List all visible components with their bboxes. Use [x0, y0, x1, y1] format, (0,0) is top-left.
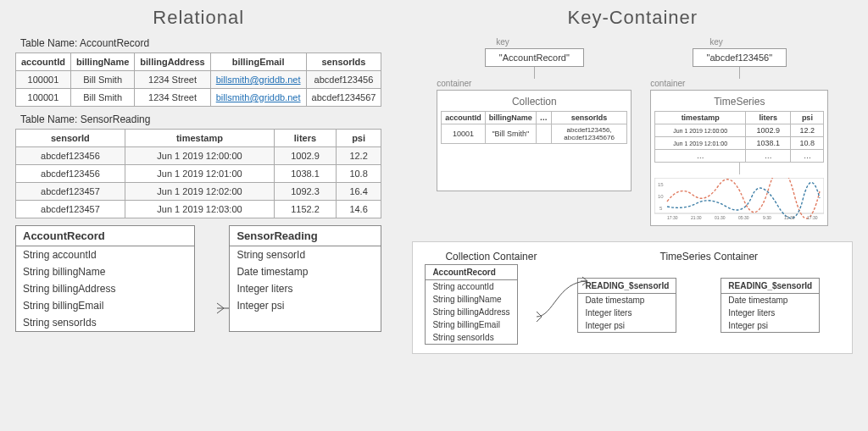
schema-account-record-kc: AccountRecord String accountId String bi…: [425, 264, 517, 345]
sensor-reading-table: sensorId timestamp liters psi abcdef1234…: [15, 129, 381, 218]
key-label: key: [496, 37, 632, 47]
svg-text:05:30: 05:30: [738, 215, 749, 220]
schema-account-record: AccountRecord String accountId String bi…: [15, 225, 195, 332]
svg-text:13:30: 13:30: [784, 215, 795, 220]
container-label: container: [650, 79, 828, 88]
timeseries-container-label: TimeSeries Container: [660, 251, 759, 262]
relational-panel: Relational Table Name: AccountRecord acc…: [0, 0, 397, 431]
col-accountid: accountId: [16, 53, 71, 71]
schema-sensor-reading: SensorReading String sensorId Date times…: [229, 225, 381, 332]
timeseries-chart: 15 10 5 17:30 21:30 01:30 05:30 9:30 13:…: [654, 178, 824, 220]
schema-reading-2: READING_$sensorId Date timestamp Integer…: [721, 278, 820, 333]
col-billingaddress: billingAddress: [135, 53, 210, 71]
container-label: container: [437, 79, 632, 88]
table-row: 100001 Bill Smith 1234 Street billsmith@…: [16, 89, 381, 107]
key-chip-account: "AccountRecord": [485, 48, 584, 67]
table-row: abcdef123457Jun 1 2019 12:02:001092.316.…: [16, 183, 381, 201]
svg-text:01:30: 01:30: [715, 215, 726, 220]
collection-block: key "AccountRecord" container Collection…: [437, 37, 632, 226]
col-sensorids: sensorIds: [306, 53, 381, 71]
col-billingemail: billingEmail: [210, 53, 306, 71]
svg-text:17:30: 17:30: [807, 215, 818, 220]
relational-title: Relational: [15, 7, 381, 29]
email-link[interactable]: billsmith@griddb.net: [216, 92, 301, 102]
timeseries-container: TimeSeries timestamp liters psi Jun 1 20…: [650, 90, 828, 226]
key-stem-icon: [739, 67, 740, 79]
key-container-title: Key-Container: [412, 7, 853, 29]
key-stem-icon: [534, 67, 535, 79]
svg-rect-0: [654, 178, 824, 213]
svg-text:21:30: 21:30: [691, 215, 702, 220]
collection-container: Collection accountId billingName … senso…: [437, 90, 632, 191]
svg-text:10: 10: [658, 194, 664, 199]
key-container-panel: Key-Container key "AccountRecord" contai…: [397, 0, 868, 431]
account-record-table: accountId billingName billingAddress bil…: [15, 52, 381, 107]
svg-text:9:30: 9:30: [763, 215, 771, 220]
down-arrow-icon: [739, 163, 740, 174]
table-row: abcdef123456Jun 1 2019 12:01:001038.110.…: [16, 165, 381, 183]
one-to-many-connector-icon: [537, 266, 613, 342]
table-row: 100001 Bill Smith 1234 Street billsmith@…: [16, 71, 381, 89]
table-row: abcdef123456Jun 1 2019 12:00:001002.912.…: [16, 147, 381, 165]
key-chip-sensor: "abcdef123456": [693, 48, 787, 67]
collection-container-label: Collection Container: [445, 251, 537, 262]
kc-schema-area: Collection Container AccountRecord Strin…: [412, 241, 853, 354]
key-label: key: [709, 37, 828, 47]
table-row: abcdef123457Jun 1 2019 12:03:001152.214.…: [16, 201, 381, 218]
timeseries-block: key "abcdef123456" container TimeSeries …: [650, 37, 828, 226]
table1-name: Table Name: AccountRecord: [20, 37, 381, 49]
relational-schema-area: AccountRecord String accountId String bi…: [15, 225, 381, 332]
svg-text:17:30: 17:30: [667, 215, 678, 220]
table2-name: Table Name: SensorReading: [20, 113, 381, 125]
email-link[interactable]: billsmith@griddb.net: [216, 75, 301, 85]
col-billingname: billingName: [70, 53, 134, 71]
svg-text:15: 15: [658, 182, 664, 187]
